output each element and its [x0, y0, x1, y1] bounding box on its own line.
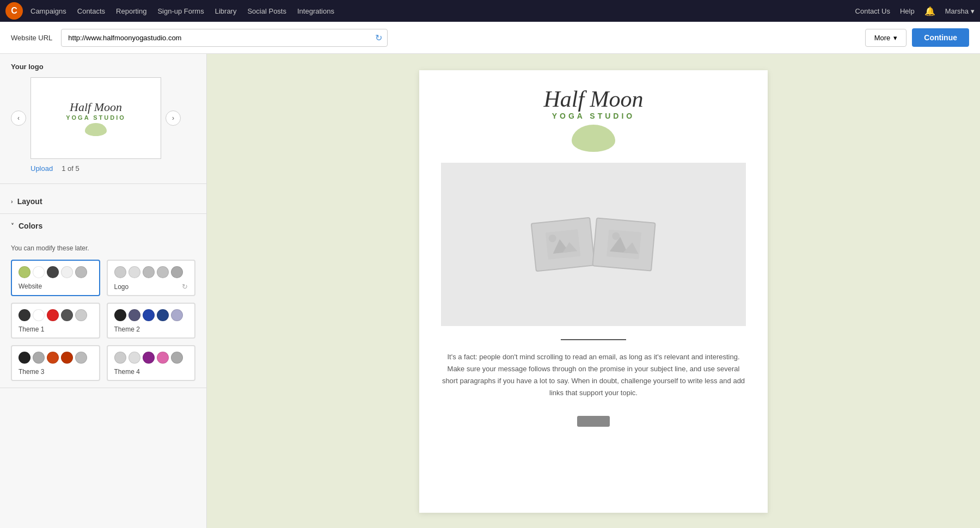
email-cta-area — [419, 410, 768, 443]
carousel-count: 1 of 5 — [62, 164, 79, 173]
colors-section-content: You can modify these later. WebsiteLogo↻… — [0, 238, 206, 388]
swatch-row-logo — [114, 266, 188, 278]
nav-social-posts[interactable]: Social Posts — [247, 7, 286, 15]
image-placeholder-icon — [537, 220, 650, 269]
logo-carousel-info: Upload 1 of 5 — [11, 164, 195, 173]
upload-link[interactable]: Upload — [30, 164, 53, 173]
swatch-label-theme1: Theme 1 — [19, 326, 44, 333]
swatch-dot-website-4 — [75, 266, 87, 278]
colors-accordion-header[interactable]: ˅ Colors — [0, 214, 206, 238]
swatch-dot-theme1-4 — [75, 309, 87, 321]
swatch-dot-website-1 — [33, 266, 45, 278]
nav-campaigns[interactable]: Campaigns — [30, 7, 66, 15]
swatch-dot-theme4-0 — [114, 352, 126, 364]
swatch-dot-website-2 — [47, 266, 59, 278]
swatch-card-theme1[interactable]: Theme 1 — [11, 303, 100, 339]
nav-contact-us[interactable]: Contact Us — [855, 7, 890, 15]
user-menu[interactable]: Marsha ▾ — [945, 7, 975, 15]
url-bar: Website URL ↻ More ▾ Continue — [0, 22, 980, 54]
colors-label: Colors — [19, 222, 42, 230]
nav-reporting[interactable]: Reporting — [116, 7, 146, 15]
photo-icon-1 — [531, 217, 596, 272]
nav-integrations[interactable]: Integrations — [297, 7, 334, 15]
email-preview: Half Moon YOGA STUDIO — [419, 70, 768, 513]
swatch-dot-logo-3 — [157, 266, 169, 278]
swatch-dot-theme4-4 — [171, 352, 183, 364]
swatch-dot-website-3 — [61, 266, 73, 278]
notification-bell-icon[interactable]: 🔔 — [924, 6, 935, 16]
nav-signup-forms[interactable]: Sign-up Forms — [157, 7, 204, 15]
email-divider — [561, 339, 626, 340]
top-nav: C Campaigns Contacts Reporting Sign-up F… — [0, 0, 980, 22]
swatch-dot-theme1-0 — [19, 309, 30, 321]
layout-label: Layout — [17, 197, 42, 206]
main-layout: Your logo ‹ Half Moon YOGA STUDIO › Uplo… — [0, 54, 980, 528]
swatch-dot-theme2-1 — [128, 309, 140, 321]
swatch-row-theme2 — [114, 309, 188, 321]
swatch-row-website — [19, 266, 93, 278]
more-chevron-icon: ▾ — [893, 34, 897, 42]
swatch-refresh-icon-logo[interactable]: ↻ — [182, 283, 188, 291]
carousel-next-button[interactable]: › — [166, 110, 181, 126]
swatch-dot-theme2-0 — [114, 309, 126, 321]
swatch-dot-theme1-3 — [61, 309, 73, 321]
more-button[interactable]: More ▾ — [865, 29, 907, 47]
photo-icon-2 — [592, 218, 656, 272]
email-logo-sub: YOGA STUDIO — [552, 112, 635, 120]
email-logo-main: Half Moon — [543, 87, 643, 112]
url-input[interactable] — [61, 29, 388, 47]
logo-carousel: ‹ Half Moon YOGA STUDIO › — [11, 77, 195, 159]
svg-rect-4 — [607, 230, 641, 260]
color-swatches-grid: WebsiteLogo↻Theme 1Theme 2Theme 3Theme 4 — [11, 260, 195, 381]
swatch-dot-theme3-2 — [47, 352, 59, 364]
mountain-photo-svg-2 — [607, 230, 641, 260]
swatch-dot-website-0 — [19, 266, 30, 278]
swatch-dot-logo-0 — [114, 266, 126, 278]
swatch-dot-theme3-1 — [33, 352, 45, 364]
preview-area: Half Moon YOGA STUDIO — [207, 54, 980, 528]
more-label: More — [874, 34, 891, 42]
swatch-dot-theme4-3 — [157, 352, 169, 364]
swatch-dot-theme1-2 — [47, 309, 59, 321]
nav-library[interactable]: Library — [215, 7, 237, 15]
layout-accordion: › Layout — [0, 189, 206, 214]
right-nav: Contact Us Help 🔔 Marsha ▾ — [855, 6, 975, 16]
swatch-card-theme4[interactable]: Theme 4 — [107, 345, 196, 381]
colors-accordion: ˅ Colors You can modify these later. Web… — [0, 214, 206, 388]
swatch-dot-theme3-3 — [61, 352, 73, 364]
user-name: Marsha — [945, 7, 969, 15]
logo-main-text: Half Moon — [70, 100, 122, 114]
mountain-photo-svg-1 — [546, 229, 581, 260]
email-header: Half Moon YOGA STUDIO — [419, 70, 768, 163]
email-body-text: It's a fact: people don't mind scrolling… — [419, 351, 768, 410]
swatch-row-theme3 — [19, 352, 93, 364]
swatch-label-theme3: Theme 3 — [19, 368, 44, 376]
swatch-dot-theme1-1 — [33, 309, 45, 321]
app-logo[interactable]: C — [5, 2, 23, 20]
colors-hint: You can modify these later. — [11, 244, 195, 252]
swatch-card-logo[interactable]: Logo↻ — [107, 260, 196, 296]
user-menu-chevron-icon: ▾ — [971, 7, 975, 15]
email-logo-icon — [572, 125, 615, 152]
swatch-card-website[interactable]: Website — [11, 260, 100, 296]
swatch-row-theme4 — [114, 352, 188, 364]
layout-accordion-header[interactable]: › Layout — [0, 189, 206, 213]
logo-section: Your logo ‹ Half Moon YOGA STUDIO › Uplo… — [0, 54, 206, 178]
carousel-prev-button[interactable]: ‹ — [11, 110, 26, 126]
email-image-placeholder — [441, 163, 746, 326]
swatch-label-theme4: Theme 4 — [114, 368, 140, 376]
left-panel: Your logo ‹ Half Moon YOGA STUDIO › Uplo… — [0, 54, 207, 528]
nav-contacts[interactable]: Contacts — [77, 7, 105, 15]
url-refresh-icon[interactable]: ↻ — [375, 33, 382, 43]
nav-links: Campaigns Contacts Reporting Sign-up For… — [30, 7, 855, 15]
email-cta-button — [577, 416, 610, 427]
swatch-dot-theme2-4 — [171, 309, 183, 321]
swatch-dot-logo-1 — [128, 266, 140, 278]
swatch-card-theme2[interactable]: Theme 2 — [107, 303, 196, 339]
swatch-dot-theme3-0 — [19, 352, 30, 364]
swatch-row-theme1 — [19, 309, 93, 321]
nav-help[interactable]: Help — [900, 7, 915, 15]
swatch-card-theme3[interactable]: Theme 3 — [11, 345, 100, 381]
swatch-label-website: Website — [19, 283, 42, 290]
continue-button[interactable]: Continue — [912, 28, 969, 47]
